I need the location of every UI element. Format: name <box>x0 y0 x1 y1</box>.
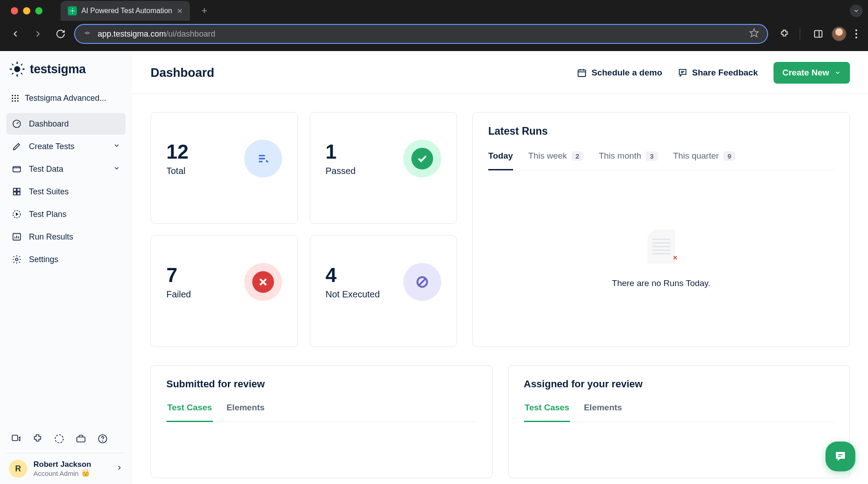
stat-card-failed[interactable]: 7 Failed <box>151 235 298 347</box>
user-role: Account Admin👑 <box>33 469 91 477</box>
url-bar: app.testsigma.com/ui/dashboard <box>0 22 868 46</box>
tab-test-cases[interactable]: Test Cases <box>524 403 571 422</box>
window-maximize[interactable] <box>35 7 42 14</box>
submitted-review-panel: Submitted for review Test Cases Elements <box>151 365 493 478</box>
create-new-label: Create New <box>783 68 830 78</box>
logo-text: testsigma <box>30 62 85 76</box>
empty-doc-icon: ✕ <box>648 230 675 263</box>
page-title: Dashboard <box>151 66 214 80</box>
topbar-right: Schedule a demo Share Feedback Create Ne… <box>577 62 850 84</box>
create-new-button[interactable]: Create New <box>774 62 850 84</box>
schedule-demo-label: Schedule a demo <box>591 68 662 78</box>
tab-elements[interactable]: Elements <box>226 403 265 422</box>
latest-runs-tabs: Today This week 2 This month 3 This quar… <box>488 151 834 170</box>
svg-point-4 <box>14 66 20 72</box>
tab-list-button[interactable] <box>850 5 863 17</box>
nav-reload[interactable] <box>52 25 70 43</box>
chat-widget[interactable] <box>826 442 855 471</box>
new-tab-button[interactable]: + <box>193 5 216 17</box>
top-row: 12 Total 1 Passed <box>151 112 850 347</box>
url-text: app.testsigma.com/ui/dashboard <box>98 29 743 39</box>
sidebar-item-dashboard[interactable]: Dashboard <box>6 113 126 135</box>
sidebar-item-test-data[interactable]: Test Data <box>6 158 126 180</box>
svg-rect-2 <box>815 31 822 38</box>
pencil-icon <box>12 141 22 151</box>
user-menu[interactable]: R Robert Jackson Account Admin👑 <box>6 453 126 479</box>
sidebar-item-label: Dashboard <box>29 119 69 129</box>
nav-back[interactable] <box>6 25 24 43</box>
stat-card-not-executed[interactable]: 4 Not Executed <box>310 235 457 347</box>
window-close[interactable] <box>11 7 18 14</box>
browser-menu[interactable] <box>851 29 862 38</box>
tab-this-quarter[interactable]: This quarter 9 <box>673 151 736 170</box>
window-minimize[interactable] <box>23 7 30 14</box>
tab-close-icon[interactable]: ✕ <box>177 7 183 15</box>
check-circle-icon <box>403 140 441 178</box>
svg-line-22 <box>419 279 426 286</box>
tab-label: This month <box>599 151 641 161</box>
svg-rect-10 <box>17 192 20 195</box>
tab-label: Today <box>488 151 513 161</box>
tab-this-month[interactable]: This month 3 <box>599 151 657 170</box>
project-selector[interactable]: Testsigma Advanced... <box>6 86 126 110</box>
toolbox-icon[interactable] <box>75 433 87 445</box>
sidebar-bottom: R Robert Jackson Account Admin👑 <box>6 428 126 479</box>
site-info-icon[interactable] <box>83 29 91 39</box>
play-circle-icon <box>12 209 22 219</box>
stat-grid: 12 Total 1 Passed <box>151 112 457 347</box>
svg-rect-6 <box>13 167 21 172</box>
side-panel-icon[interactable] <box>809 25 827 43</box>
activity-icon[interactable] <box>53 433 65 445</box>
share-feedback-button[interactable]: Share Feedback <box>678 68 758 78</box>
schedule-demo-button[interactable]: Schedule a demo <box>577 68 662 78</box>
svg-rect-15 <box>12 435 18 441</box>
tab-badge: 9 <box>723 151 735 161</box>
topbar: Dashboard Schedule a demo Share Feedback… <box>132 51 868 94</box>
extensions-icon[interactable] <box>775 25 793 43</box>
folder-icon <box>12 164 22 174</box>
sidebar-item-settings[interactable]: Settings <box>6 249 126 270</box>
help-icon[interactable] <box>97 433 108 445</box>
logo[interactable]: testsigma <box>6 59 126 82</box>
stat-value: 1 <box>326 141 356 163</box>
share-feedback-label: Share Feedback <box>692 68 758 78</box>
tab-label: This week <box>528 151 567 161</box>
stat-value: 7 <box>166 264 191 287</box>
sidebar-item-test-plans[interactable]: Test Plans <box>6 203 126 225</box>
svg-rect-8 <box>17 188 20 191</box>
chevron-down-icon <box>113 142 120 151</box>
svg-rect-17 <box>77 437 85 442</box>
tab-label: This quarter <box>673 151 719 161</box>
tab-elements[interactable]: Elements <box>583 403 623 422</box>
tab-bar: AI Powered Test Automation ✕ + <box>0 0 868 22</box>
tab-this-week[interactable]: This week 2 <box>528 151 584 170</box>
sidebar-item-create-tests[interactable]: Create Tests <box>6 136 126 157</box>
chat-icon <box>834 450 847 463</box>
sidebar: testsigma Testsigma Advanced... Dashboar… <box>0 51 132 484</box>
svg-point-14 <box>15 258 18 261</box>
stat-card-total[interactable]: 12 Total <box>151 112 298 224</box>
stat-card-passed[interactable]: 1 Passed <box>310 112 457 224</box>
extension-icon[interactable] <box>32 433 43 445</box>
sidebar-item-label: Test Data <box>29 164 63 174</box>
profile-avatar[interactable] <box>832 27 846 41</box>
ai-assist-icon[interactable] <box>10 433 22 445</box>
browser-tab[interactable]: AI Powered Test Automation ✕ <box>61 1 190 21</box>
tab-test-cases[interactable]: Test Cases <box>166 403 213 422</box>
gear-icon <box>12 254 22 264</box>
svg-rect-20 <box>578 70 586 77</box>
stat-label: Not Executed <box>326 289 380 300</box>
sidebar-item-run-results[interactable]: Run Results <box>6 226 126 248</box>
x-circle-icon <box>244 263 282 301</box>
svg-rect-23 <box>838 454 843 455</box>
tab-today[interactable]: Today <box>488 151 513 170</box>
svg-point-0 <box>71 10 73 12</box>
bookmark-icon[interactable] <box>749 28 759 40</box>
sidebar-item-test-suites[interactable]: Test Suites <box>6 181 126 202</box>
address-bar[interactable]: app.testsigma.com/ui/dashboard <box>74 24 768 44</box>
browser-chrome: AI Powered Test Automation ✕ + app.tests… <box>0 0 868 51</box>
nav-forward[interactable] <box>29 25 47 43</box>
latest-runs-panel: Latest Runs Today This week 2 This month… <box>472 112 850 347</box>
svg-rect-9 <box>14 192 16 195</box>
sidebar-item-label: Run Results <box>29 232 73 242</box>
